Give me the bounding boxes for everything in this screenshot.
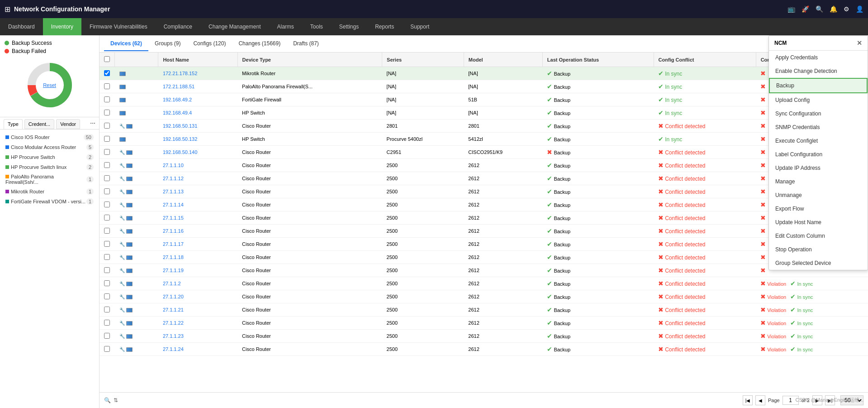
filter-tab-more-icon[interactable]: ··· [90, 119, 95, 129]
nav-support[interactable]: Support [402, 18, 437, 35]
nav-inventory[interactable]: Inventory [43, 18, 81, 35]
col-series[interactable]: Series [382, 53, 464, 67]
row-checkbox[interactable] [104, 333, 110, 339]
row-checkbox[interactable] [104, 293, 110, 299]
monitor-icon[interactable]: 📺 [787, 5, 795, 13]
menu-edit-custom-column[interactable]: Edit Custom Column [769, 229, 868, 243]
row-checkbox[interactable] [104, 280, 110, 286]
row-hostname[interactable]: 27.1.1.18 [158, 251, 237, 264]
menu-export-flow[interactable]: Export Flow [769, 202, 868, 216]
col-last-op[interactable]: Last Operation Status [542, 53, 654, 67]
first-page-button[interactable]: |◀ [743, 395, 753, 405]
menu-upload-config[interactable]: Upload Config [769, 93, 868, 107]
menu-manage[interactable]: Manage [769, 175, 868, 188]
menu-update-host-name[interactable]: Update Host Name [769, 216, 868, 229]
tab-groups[interactable]: Groups (9) [148, 37, 187, 51]
col-conflict[interactable]: Config Conflict [654, 53, 756, 67]
nav-tools[interactable]: Tools [302, 18, 331, 35]
type-item-hp-procurve-linux[interactable]: HP Procurve Switch linux 2 [0, 162, 99, 172]
row-hostname[interactable]: 192.168.50.132 [158, 133, 237, 146]
row-checkbox[interactable] [104, 254, 110, 260]
menu-snmp-credentials[interactable]: SNMP Credentials [769, 120, 868, 134]
row-hostname[interactable]: 27.1.1.14 [158, 198, 237, 211]
type-item-hp-procurve[interactable]: HP Procurve Switch 2 [0, 152, 99, 162]
filter-tab-credent[interactable]: Credent... [24, 119, 54, 129]
settings-icon[interactable]: ⚙ [844, 5, 849, 13]
row-checkbox[interactable] [104, 149, 110, 155]
tab-configs[interactable]: Configs (120) [187, 37, 232, 51]
tab-changes[interactable]: Changes (15669) [232, 37, 287, 51]
filter-tab-type[interactable]: Type [4, 119, 23, 129]
row-hostname[interactable]: 192.168.50.131 [158, 120, 237, 133]
nav-dashboard[interactable]: Dashboard [0, 18, 43, 35]
row-hostname[interactable]: 27.1.1.19 [158, 264, 237, 277]
col-device-type[interactable]: Device Type [237, 53, 382, 67]
row-checkbox[interactable] [104, 320, 110, 326]
menu-label-configuration[interactable]: Label Configuration [769, 148, 868, 161]
row-checkbox[interactable] [104, 228, 110, 234]
search-icon[interactable]: 🔍 [816, 5, 823, 13]
row-checkbox[interactable] [104, 162, 110, 168]
row-checkbox[interactable] [104, 202, 110, 207]
row-checkbox[interactable] [104, 110, 110, 115]
nav-reports[interactable]: Reports [367, 18, 402, 35]
row-checkbox[interactable] [104, 123, 110, 129]
row-hostname[interactable]: 27.1.1.2 [158, 277, 237, 290]
prev-page-button[interactable]: ◀ [755, 395, 765, 405]
nav-change-mgmt[interactable]: Change Management [200, 18, 269, 35]
menu-apply-credentials[interactable]: Apply Credentials [769, 51, 868, 64]
nav-compliance[interactable]: Compliance [156, 18, 200, 35]
row-hostname[interactable]: 27.1.1.23 [158, 330, 237, 343]
menu-group-selected-device[interactable]: Group Selected Device [769, 256, 868, 270]
bell-icon[interactable]: 🔔 [830, 5, 837, 13]
row-checkbox[interactable] [104, 215, 110, 221]
row-checkbox[interactable] [104, 307, 110, 312]
row-checkbox[interactable] [104, 267, 110, 273]
menu-sync-configuration[interactable]: Sync Configuration [769, 107, 868, 120]
type-item-mikrotik[interactable]: Mikrotik Router 1 [0, 187, 99, 197]
type-item-fortigate[interactable]: FortiGate Firewall VDOM - versi... 1 [0, 197, 99, 206]
row-hostname[interactable]: 27.1.1.20 [158, 290, 237, 303]
row-hostname[interactable]: 172.21.188.51 [158, 80, 237, 93]
row-checkbox[interactable] [104, 241, 110, 247]
menu-execute-configlet[interactable]: Execute Configlet [769, 134, 868, 148]
rocket-icon[interactable]: 🚀 [802, 5, 809, 13]
row-checkbox[interactable] [104, 70, 110, 76]
menu-backup[interactable]: Backup [769, 78, 868, 93]
sort-icon[interactable]: ⇅ [114, 397, 118, 403]
row-hostname[interactable]: 27.1.1.16 [158, 225, 237, 238]
row-checkbox[interactable] [104, 346, 110, 352]
row-hostname[interactable]: 27.1.1.21 [158, 303, 237, 317]
row-hostname[interactable]: 27.1.1.24 [158, 343, 237, 356]
row-checkbox[interactable] [104, 136, 110, 142]
menu-enable-change-detection[interactable]: Enable Change Detection [769, 64, 868, 78]
nav-alarms[interactable]: Alarms [269, 18, 302, 35]
row-checkbox[interactable] [104, 188, 110, 194]
select-all-checkbox[interactable] [104, 56, 110, 62]
context-menu-close-button[interactable]: ✕ [857, 39, 862, 47]
type-item-cisco-ios[interactable]: Cisco IOS Router 50 [0, 132, 99, 142]
table-search-icon[interactable]: 🔍 [104, 397, 111, 403]
row-hostname[interactable]: 27.1.1.15 [158, 211, 237, 225]
row-hostname[interactable]: 192.168.49.4 [158, 106, 237, 120]
type-item-cisco-modular[interactable]: Cisco Modular Access Router 5 [0, 142, 99, 152]
tab-drafts[interactable]: Drafts (87) [287, 37, 325, 51]
row-hostname[interactable]: 27.1.1.12 [158, 172, 237, 185]
filter-tab-vendor[interactable]: Vendor [56, 119, 80, 129]
nav-firmware[interactable]: Firmware Vulnerabilities [81, 18, 156, 35]
user-icon[interactable]: 👤 [856, 5, 863, 13]
menu-unmanage[interactable]: Unmanage [769, 188, 868, 202]
col-model[interactable]: Model [464, 53, 542, 67]
reset-link[interactable]: Reset [43, 82, 56, 88]
row-hostname[interactable]: 27.1.1.13 [158, 185, 237, 198]
tab-devices[interactable]: Devices (62) [104, 37, 148, 51]
row-checkbox[interactable] [104, 175, 110, 181]
type-item-paloalto[interactable]: PaloAlto Panorama Firewall(Ssh/... 1 [0, 172, 99, 187]
row-checkbox[interactable] [104, 96, 110, 102]
row-hostname[interactable]: 172.21.178.152 [158, 67, 237, 80]
row-hostname[interactable]: 192.168.50.140 [158, 146, 237, 159]
nav-settings[interactable]: Settings [331, 18, 367, 35]
row-hostname[interactable]: 27.1.1.17 [158, 238, 237, 251]
menu-update-ip-address[interactable]: Update IP Address [769, 161, 868, 175]
row-hostname[interactable]: 27.1.1.22 [158, 317, 237, 330]
